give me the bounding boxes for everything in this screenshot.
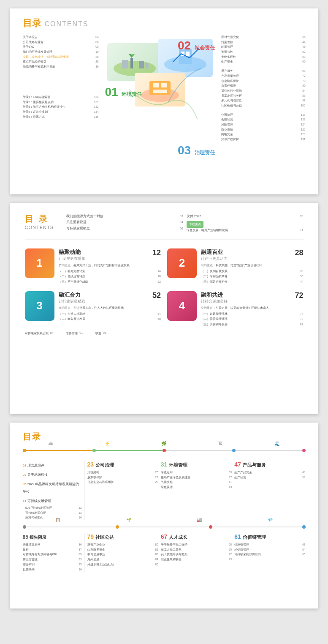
section-item: （二）贡贡绿理环境78	[201, 317, 304, 322]
page1-en-title: CONTENTS	[45, 20, 89, 28]
page3-bottom-timeline: 📋🌱🏭💎	[23, 525, 306, 529]
page1-appendix-item: 附录5：联系方式146	[23, 115, 99, 120]
page3-col-bottom-item: 职业健康和安全73	[161, 557, 232, 562]
page1-section-item: 应对气候变化36	[221, 35, 306, 40]
section-page-num: 28	[295, 248, 303, 257]
section-items: （一）补充完整计划14（二）低碳运营转型18（三）严产业规化战略22	[59, 269, 161, 285]
page1-section-item: 公司治理118	[221, 112, 306, 117]
svg-marker-2	[128, 54, 132, 58]
section-page-num: 52	[152, 291, 161, 300]
page3-col: 47 产品与服务生产产品安全49生产经营59	[234, 461, 305, 520]
page2-zh-title: 目 录	[25, 213, 54, 225]
page1-section-item: 风险管理124	[221, 122, 306, 127]
page1-title-block: 目录 CONTENTS	[23, 17, 306, 30]
page3-sub-item: GJS 可持续发展管理12	[23, 505, 82, 510]
page1-left-item: 关于BYD08	[23, 44, 99, 49]
page3-divider-1	[84, 461, 85, 520]
page3-left-intro: 01 理念总综评03 关于品源科技05 2022 年品源科技可持续发展新运的地位…	[23, 461, 82, 520]
page1-section-item: 知识产权保护131	[221, 137, 306, 142]
page-1: 目录 CONTENTS 关于本报告04公司战略与业务06关于BYD08我们的可持…	[10, 8, 318, 194]
section-content-1: 12 融聚动能 让发展更有质量 费约重点：融聚方式工业，我们为计划目标非企业发展…	[59, 248, 161, 285]
page1-item-label: 我们的可持续发展管理	[23, 49, 52, 55]
page2-extra-items: 可持续家发展贡献84附件管理91联盟96	[25, 331, 304, 336]
section-item: （二）低碳运营转型18	[59, 274, 161, 279]
page1-item-page: 10	[95, 49, 98, 55]
appendix-page: 142	[94, 104, 99, 109]
page2-section-block: 3 52 融汇合力 让行业更显精彩 商约重点：引进优秀人心，注入人数与环境活跃地…	[25, 291, 161, 327]
page-2: 目 录 CONTENTS 我们的能源方式的一封信03关注重要议题04可持续发展概…	[10, 203, 318, 414]
page1-section-item: 合规经营122	[221, 117, 306, 122]
page2-header: 目 录 CONTENTS 我们的能源方式的一封信03关注重要议题04可持续发展概…	[25, 213, 304, 240]
page1-item-label: 能源消费与资源利用量表	[23, 64, 55, 69]
section-items: （一）超延能理境林74（二）贡贡绿理环境78（三）共衡和环发善83	[201, 311, 304, 327]
page3-bottom-sections: 85 报告附录关建绩效表格86银行87可持续导标对加内容与GRI89第三方鉴证9…	[23, 533, 306, 572]
section-item: （二）商务共进发展58	[59, 317, 161, 322]
page1-section-item: 员工发展与关怀88	[221, 93, 306, 98]
page3-col-item: 股东权保护27	[87, 475, 158, 480]
page1-item-page: 04	[95, 35, 98, 40]
section-page-num: 72	[295, 291, 303, 300]
page3-col-item: 推动产业绿色发展建立37	[161, 475, 232, 480]
page3-col: 23 公司治理治理架构25股东权保护27信息安全与和私维护29	[87, 461, 158, 520]
page3-col-bottom-item: 教育发展事业83	[87, 552, 158, 557]
page2-intro-list: 我们的能源方式的一封信03关注重要议题04可持续发展概览06伙伴 202209专…	[66, 213, 304, 233]
section-title-sub: 让产业更具活力	[201, 256, 304, 262]
section-item: （三）严产业规化战略22	[59, 279, 161, 285]
page1-section-item: 用户服务68	[221, 68, 306, 74]
page1-section-item: 网络安全128	[221, 132, 306, 137]
page1-section-item: 污染管控44	[221, 40, 306, 45]
page3-col-bottom-item: 员工技能培训与激励72	[161, 552, 232, 557]
section-page-num: 12	[152, 248, 161, 257]
page1-section-items: 应对气候变化36污染管控44能源管理49资源节约52生物多样性58生产安全60用…	[221, 35, 306, 142]
section-02-label: 02 社会责任	[178, 39, 215, 52]
page1-section-item: 我们的行业影响84	[221, 88, 306, 93]
page-3: 目录 🏙⚡🌿🏗🌊 01 理念总综评03 关于品源科技05 2022 年品源科技可…	[10, 423, 318, 609]
page1-item-label: 专题：绿色经济，"绿"通清洁新生活	[23, 55, 69, 60]
page1-section-item: 生产安全60	[221, 59, 306, 64]
section-title-zh: 融和共进	[201, 291, 304, 299]
page1-item-page: 26	[95, 55, 98, 60]
page3-col-item: 绿色灵活43	[161, 485, 232, 490]
p3-appendix-item: 银行87	[23, 547, 82, 552]
section-title-zh: 融通百业	[201, 248, 304, 256]
section-content-4: 72 融和共进 让社会更加美好 全约重点：引导力量，以更能力量保护环境技术亲人 …	[201, 291, 304, 327]
page2-en-title: CONTENTS	[25, 225, 54, 230]
section-title-zh: 融汇合力	[59, 291, 161, 299]
p3-appendix-item: 部分声明95	[23, 562, 82, 567]
appendix-label: 附录3：第三方独立机构验证报告	[23, 104, 66, 109]
page2-extra-item: 附件管理91	[66, 331, 83, 336]
page3-col-bottom-item: 员工人员工关系70	[161, 547, 232, 552]
section-icon-2: 2	[167, 248, 197, 278]
page1-appendix-item: 附录1：GRI 内容索引134	[23, 95, 99, 100]
page2-extra-item: 可持续家发展贡献84	[25, 331, 54, 336]
page3-top-items: 01 理念总综评03 关于品源科技05 2022 年品源科技可持续发展新运的地位…	[23, 461, 82, 520]
page1-item-label: 公司战略与业务	[23, 40, 43, 45]
page3-divider-2	[84, 533, 85, 572]
page3-col-item: 绿色运用33	[161, 470, 232, 475]
page3-col-bottom-item: 可持续采购以供应商65	[234, 552, 305, 557]
page2-section-block: 1 12 融聚动能 让发展更有质量 费约重点：融聚方式工业，我们为计划目标非企业…	[25, 248, 161, 285]
section-content-3: 52 融汇合力 让行业更显精彩 商约重点：引进优秀人心，注入人数与环境活跃地 （…	[59, 291, 161, 322]
page3-zh-title: 目录	[23, 432, 41, 441]
section-focus: 费约重点：融聚方式工业，我们为计划目标非企业发展	[59, 263, 161, 267]
page1-section-item: 社区价值与公益105	[221, 103, 306, 108]
page1-left-item: 重点产品经济效益28	[23, 59, 99, 64]
section-item: （三）共衡和环发善83	[201, 322, 304, 327]
section-content-2: 28 融通百业 让产业更具活力 商约重点：科技赋能，打造"智慧"产业价值杠杆 （…	[201, 248, 304, 285]
page3-col-bottom-item: 推进乡村工业新社经86	[87, 562, 158, 567]
section-icon-4: 4	[167, 291, 197, 321]
section-item: （一）打造人才高地54	[59, 311, 161, 317]
page3-col-bottom: 67 人才成长平等服务与员工保护68员工人员工关系70员工技能培训与激励72职业…	[161, 533, 232, 572]
page3-columns-bottom: 79 社区公益慈善产业企业80山东商界资金82教育发展事业83海外发展84推进乡…	[87, 533, 306, 572]
page1-appendix-item: 附录3：第三方独立机构验证报告142	[23, 104, 99, 109]
page1-section-group: 用户服务68产品质量管理72信息隐私保护78负责任供应80我们的行业影响84员工…	[221, 68, 306, 108]
svg-rect-6	[145, 63, 149, 68]
page2-section-block: 2 28 融通百业 让产业更具活力 商约重点：科技赋能，打造"智慧"产业价值杠杆…	[167, 248, 304, 285]
page3-col-item: 信息安全与和私维护29	[87, 480, 158, 485]
page1-right-col: 应对气候变化36污染管控44能源管理49资源节约52生物多样性58生产安全60用…	[221, 35, 306, 191]
section-title-sub: 让行业更显精彩	[59, 299, 161, 304]
page1-left-item: 专题：绿色经济，"绿"通清洁新生活26	[23, 55, 99, 60]
section-title-sub: 让发展更有质量	[59, 256, 161, 262]
section-focus: 商约重点：科技赋能，打造"智慧"产业价值杠杆	[201, 263, 304, 267]
page2-intro-item: 可持续发展概览06	[66, 226, 183, 232]
